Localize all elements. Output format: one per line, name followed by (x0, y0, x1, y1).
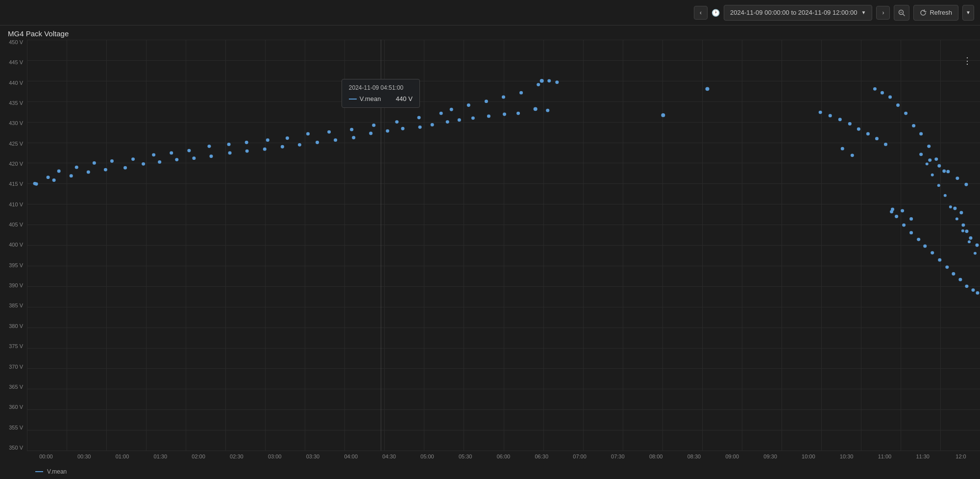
x-label-0700: 07:00 (561, 454, 599, 459)
chart-container: ‹ 🕐 2024-11-09 00:00:00 to 2024-11-09 12… (0, 0, 980, 479)
svg-point-72 (75, 166, 78, 169)
data-series-main (27, 40, 980, 451)
x-label-0830: 08:30 (675, 454, 713, 459)
svg-point-102 (881, 91, 884, 95)
svg-point-100 (706, 87, 710, 91)
header: ‹ 🕐 2024-11-09 00:00:00 to 2024-11-09 12… (0, 0, 980, 25)
svg-point-110 (942, 170, 946, 173)
x-label-0900: 09:00 (713, 454, 751, 459)
refresh-button[interactable]: Refresh (913, 5, 958, 21)
svg-line-1 (903, 14, 905, 16)
svg-point-91 (450, 108, 453, 111)
zoom-button[interactable] (894, 5, 909, 21)
header-controls: ‹ 🕐 2024-11-09 00:00:00 to 2024-11-09 12… (694, 5, 974, 21)
svg-point-82 (266, 138, 270, 142)
svg-point-105 (904, 112, 907, 115)
next-nav-button[interactable]: › (876, 6, 890, 20)
y-label-415: 415 V (0, 181, 27, 187)
svg-point-77 (170, 151, 173, 155)
svg-point-85 (327, 130, 331, 134)
y-label-350: 350 V (0, 445, 27, 451)
svg-point-96 (537, 83, 540, 86)
x-label-0730: 07:30 (599, 454, 637, 459)
y-label-440: 440 V (0, 80, 27, 86)
y-label-370: 370 V (0, 364, 27, 370)
x-label-0500: 05:00 (408, 454, 446, 459)
x-label-0630: 06:30 (522, 454, 561, 459)
x-label-0230: 02:30 (218, 454, 256, 459)
refresh-dropdown-button[interactable]: ▼ (962, 5, 974, 21)
x-label-0430: 04:30 (370, 454, 408, 459)
svg-point-114 (965, 229, 968, 233)
x-label-0130: 01:30 (141, 454, 179, 459)
x-label-0400: 04:00 (332, 454, 370, 459)
y-label-385: 385 V (0, 303, 27, 308)
svg-point-101 (873, 87, 877, 91)
svg-point-69 (33, 182, 37, 185)
svg-point-109 (934, 157, 938, 161)
y-axis: 450 V 445 V 440 V 435 V 430 V 425 V 420 … (0, 40, 27, 451)
y-label-400: 400 V (0, 242, 27, 248)
svg-point-80 (227, 143, 231, 146)
zoom-icon (898, 9, 905, 16)
time-range-label: 2024-11-09 00:00:00 to 2024-11-09 12:00:… (730, 9, 858, 16)
x-label-1030: 10:30 (828, 454, 866, 459)
y-label-425: 425 V (0, 141, 27, 147)
y-label-420: 420 V (0, 161, 27, 167)
refresh-label: Refresh (930, 9, 952, 16)
svg-point-95 (519, 91, 523, 95)
svg-point-73 (93, 161, 96, 165)
prev-nav-button[interactable]: ‹ (694, 6, 708, 20)
y-label-410: 410 V (0, 202, 27, 207)
y-label-450: 450 V (0, 40, 27, 45)
x-label-0200: 02:00 (179, 454, 218, 459)
svg-point-119 (931, 174, 934, 176)
y-label-375: 375 V (0, 344, 27, 349)
svg-point-123 (956, 217, 958, 220)
x-label-0600: 06:00 (485, 454, 523, 459)
x-label-1100: 11:00 (866, 454, 904, 459)
svg-point-118 (926, 162, 929, 165)
x-label-0300: 03:00 (256, 454, 294, 459)
y-label-360: 360 V (0, 404, 27, 410)
svg-point-84 (306, 132, 310, 136)
svg-point-92 (467, 103, 470, 107)
x-label-1130: 11:30 (904, 454, 942, 459)
svg-point-108 (927, 145, 931, 148)
svg-point-120 (937, 184, 940, 187)
svg-point-87 (372, 124, 375, 127)
chart-area: 450 V 445 V 440 V 435 V 430 V 425 V 420 … (0, 40, 980, 465)
svg-point-86 (350, 128, 353, 131)
x-label-0800: 08:00 (637, 454, 675, 459)
y-label-395: 395 V (0, 263, 27, 268)
y-label-430: 430 V (0, 121, 27, 126)
svg-point-125 (968, 240, 971, 243)
x-label-1200: 12:0 (942, 454, 980, 459)
legend: V.mean (0, 465, 980, 479)
svg-point-113 (961, 224, 965, 227)
crosshair-line (381, 40, 381, 451)
x-label-0000: 00:00 (27, 454, 65, 459)
time-range-button[interactable]: 2024-11-09 00:00:00 to 2024-11-09 12:00:… (724, 5, 872, 21)
svg-point-83 (286, 136, 289, 140)
x-label-1000: 10:00 (789, 454, 828, 459)
x-label-0330: 03:30 (294, 454, 332, 459)
svg-point-121 (944, 194, 947, 197)
y-label-355: 355 V (0, 425, 27, 430)
svg-point-111 (953, 207, 956, 210)
svg-point-89 (417, 116, 421, 119)
svg-point-124 (961, 229, 964, 232)
svg-point-116 (975, 244, 979, 247)
legend-series-line (35, 471, 43, 472)
chevron-down-icon-refresh: ▼ (966, 10, 971, 15)
svg-point-75 (131, 157, 135, 161)
svg-point-107 (919, 132, 923, 136)
svg-point-106 (912, 124, 915, 127)
svg-point-70 (47, 176, 50, 179)
chart-title: MG4 Pack Voltage (0, 25, 980, 40)
plot-area: 2024-11-09 04:51:00 V.mean 440 V (27, 40, 980, 451)
svg-point-103 (888, 96, 892, 99)
y-label-445: 445 V (0, 60, 27, 65)
svg-point-81 (245, 141, 248, 144)
svg-point-79 (207, 145, 211, 148)
